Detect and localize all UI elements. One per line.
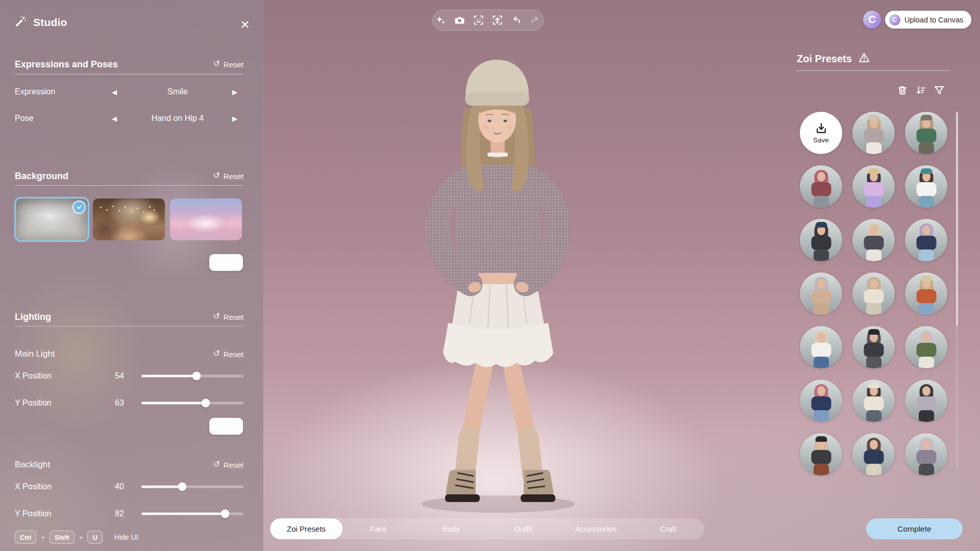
preset-headphones-sweater[interactable] [852, 380, 895, 422]
expression-value: Smile [122, 87, 233, 96]
expression-label: Expression [15, 87, 55, 96]
preset-white-jacket-dress[interactable] [800, 326, 842, 368]
backlight-y-label: Y Position [15, 509, 52, 518]
sparkles-icon[interactable] [436, 15, 446, 26]
main-light-y-slider[interactable] [141, 398, 243, 408]
redo-icon[interactable] [530, 15, 541, 26]
save-label: Save [813, 136, 829, 144]
backlight-x-slider[interactable] [141, 482, 243, 491]
backlight-x-label: X Position [15, 482, 52, 491]
slider-thumb[interactable] [202, 399, 210, 408]
background-options [16, 198, 242, 240]
presets-scrollbar[interactable] [956, 112, 958, 469]
scrollbar-thumb[interactable] [956, 112, 958, 326]
tab-body[interactable]: Body [415, 518, 487, 539]
warning-icon[interactable] [859, 52, 870, 65]
canvas-logo-icon: C [889, 14, 900, 26]
reset-icon: ↺ [213, 60, 219, 68]
preset-cream-cardigan[interactable] [852, 272, 895, 315]
body-capture-icon[interactable] [493, 15, 503, 26]
close-panel-button[interactable]: × [235, 14, 255, 35]
expression-prev-arrow[interactable]: ◀ [112, 88, 117, 96]
complete-button[interactable]: Complete [866, 518, 963, 539]
reset-backlight-button[interactable]: ↺ Reset [213, 461, 243, 469]
camera-icon[interactable] [455, 15, 465, 26]
reset-main-light-button[interactable]: ↺ Reset [213, 350, 243, 359]
hotkey-hint: Ctrl+Shift+UHide UI [15, 531, 138, 544]
app-logo-badge[interactable]: C [863, 11, 881, 29]
preset-green-bomber[interactable] [905, 326, 947, 368]
upload-to-canvas-label: Upload to Canvas [904, 16, 963, 24]
undo-icon[interactable] [511, 15, 522, 26]
pose-prev-arrow[interactable]: ◀ [112, 115, 117, 122]
tab-outfit[interactable]: Outfit [487, 518, 559, 539]
app-logo-letter: C [868, 13, 876, 26]
slider-thumb[interactable] [192, 372, 201, 381]
main-light-color-swatch[interactable] [209, 418, 243, 435]
background-option-studio-backdrop[interactable] [16, 198, 88, 240]
reset-lighting-button[interactable]: ↺ Reset [213, 313, 243, 321]
expression-next-arrow[interactable]: ▶ [232, 88, 237, 96]
key-chip-ctrl: Ctrl [15, 531, 36, 544]
delete-preset-icon[interactable] [897, 85, 908, 96]
presets-panel-title: Zoi Presets [797, 53, 852, 65]
preset-cap-leather-pants[interactable] [800, 433, 842, 475]
pose-label: Pose [15, 114, 33, 123]
backlight-y-slider[interactable] [141, 509, 243, 518]
plus-separator: + [79, 534, 83, 541]
bottom-tabs: Zoi PresetsFaceBodyOutfitAccessoriesCraf… [270, 518, 704, 539]
backlight-title: Backlight [15, 460, 50, 470]
sort-icon[interactable] [915, 85, 926, 96]
pose-next-arrow[interactable]: ▶ [232, 115, 237, 122]
preset-varsity-jacket[interactable] [800, 380, 842, 422]
hide-ui-label[interactable]: Hide UI [114, 533, 138, 541]
viewport-toolbar [432, 10, 544, 31]
presets-divider [796, 70, 949, 71]
preset-bob-navy-blazer[interactable] [852, 433, 895, 475]
backlight-x-value: 40 [104, 482, 135, 491]
expressions-poses-title: Expressions and Poses [15, 59, 118, 70]
main-light-x-label: X Position [15, 371, 52, 381]
save-preset-button[interactable]: Save [800, 112, 842, 154]
tab-zoi-presets[interactable]: Zoi Presets [270, 518, 342, 539]
lighting-title: Lighting [15, 312, 51, 322]
slider-thumb[interactable] [178, 483, 187, 491]
character-render [398, 48, 602, 518]
main-light-y-label: Y Position [15, 398, 52, 408]
tab-accessories[interactable]: Accessories [559, 518, 632, 539]
preset-teal-beanie-tee[interactable] [905, 165, 947, 208]
preset-straw-hat-dress[interactable] [852, 165, 895, 208]
selected-check-icon [74, 202, 85, 213]
tab-face[interactable]: Face [342, 518, 415, 539]
preset-beige-dress[interactable] [800, 272, 842, 315]
preset-knit-beanie[interactable] [852, 112, 895, 154]
preset-twintails-navy[interactable] [905, 219, 947, 261]
face-capture-icon[interactable] [474, 15, 484, 26]
preset-buzzcut-bomber[interactable] [852, 219, 895, 261]
filter-icon[interactable] [934, 85, 945, 96]
preset-cap-layered-jacket[interactable] [800, 219, 842, 261]
key-chip-u: U [87, 531, 102, 544]
preset-pink-hair-hoodie[interactable] [800, 165, 842, 208]
studio-panel: Studio × Expressions and Poses ↺ Reset E… [0, 0, 263, 551]
background-option-cozy-room[interactable] [93, 198, 165, 240]
reset-icon: ↺ [213, 171, 219, 180]
background-color-swatch[interactable] [209, 254, 243, 271]
preset-orange-shirt[interactable] [905, 272, 947, 315]
slider-thumb[interactable] [221, 510, 230, 518]
preset-sequin-jacket[interactable] [905, 380, 947, 422]
preset-beret-black-shirt[interactable] [852, 326, 895, 368]
reset-background-button[interactable]: ↺ Reset [213, 172, 243, 181]
pose-value: Hand on Hip 4 [122, 114, 233, 123]
backlight-y-value: 82 [104, 509, 135, 518]
reset-icon: ↺ [213, 312, 219, 320]
preset-green-jacket[interactable] [905, 112, 947, 154]
upload-to-canvas-button[interactable]: C Upload to Canvas [885, 11, 971, 29]
background-option-dreamy-sky[interactable] [170, 198, 242, 240]
preset-windbreaker-shades[interactable] [905, 433, 947, 475]
tab-craft[interactable]: Craft [632, 518, 704, 539]
reset-expressions-button[interactable]: ↺ Reset [213, 60, 243, 69]
panel-title: Studio [33, 16, 67, 29]
main-light-x-slider[interactable] [141, 371, 243, 381]
key-chip-shift: Shift [50, 531, 75, 544]
